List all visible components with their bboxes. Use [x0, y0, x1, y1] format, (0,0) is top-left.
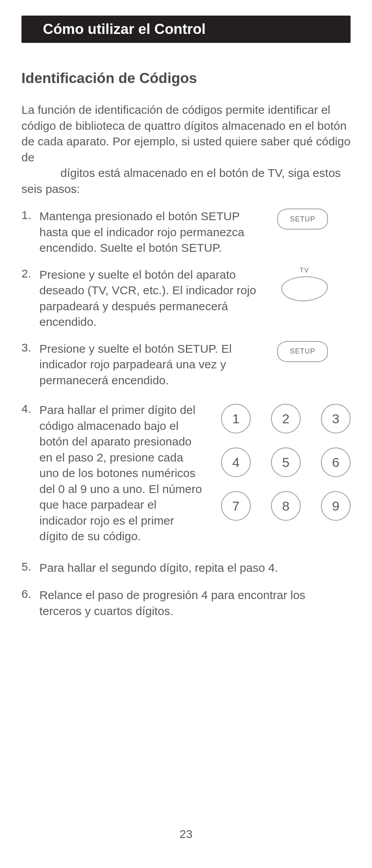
key-9: 9 — [321, 491, 351, 521]
tv-button-icon — [281, 275, 328, 302]
key-6: 6 — [321, 447, 351, 477]
step-6: 6. Relance el paso de progresión 4 para … — [21, 587, 351, 619]
step-2: 2. Presione y suelte el botón del aparat… — [21, 267, 351, 330]
step-2-text: Presione y suelte el botón del aparato d… — [39, 267, 262, 330]
section-header: Cómo utilizar el Control — [21, 16, 351, 43]
numeric-keypad: 1 2 3 4 5 6 7 8 9 — [221, 404, 351, 521]
step-1-text: Mantenga presionado el botón SETUP hasta… — [39, 209, 262, 256]
steps-list: 1. Mantenga presionado el botón SETUP ha… — [21, 209, 351, 619]
step-3-text: Presione y suelte el botón SETUP. El ind… — [39, 341, 262, 389]
key-8: 8 — [271, 491, 301, 521]
step-1-number: 1. — [21, 209, 35, 222]
page-number: 23 — [0, 827, 372, 841]
setup-button-icon: SETUP — [277, 209, 328, 230]
key-3: 3 — [321, 404, 351, 433]
step-2-number: 2. — [21, 267, 35, 280]
step-5: 5. Para hallar el segundo dígito, repita… — [21, 560, 351, 576]
tv-button-wrap: TV — [281, 267, 328, 301]
step-4-text: Para hallar el primer dígito del código … — [39, 402, 203, 544]
intro-line-1: La función de identificación de códigos … — [21, 103, 351, 164]
setup-button-icon-2: SETUP — [277, 341, 328, 362]
intro-line-2: dígitos está almacenado en el botón de T… — [21, 166, 341, 195]
step-5-number: 5. — [21, 560, 35, 573]
key-1: 1 — [221, 404, 251, 433]
step-1: 1. Mantenga presionado el botón SETUP ha… — [21, 209, 351, 256]
step-3-number: 3. — [21, 341, 35, 354]
step-6-number: 6. — [21, 587, 35, 601]
page-container: Cómo utilizar el Control Identificación … — [0, 0, 372, 619]
step-6-text: Relance el paso de progresión 4 para enc… — [39, 587, 351, 619]
step-4-number: 4. — [21, 402, 35, 544]
step-3: 3. Presione y suelte el botón SETUP. El … — [21, 341, 351, 389]
tv-button-label: TV — [300, 267, 309, 274]
step-5-text: Para hallar el segundo dígito, repita el… — [39, 560, 351, 576]
intro-paragraph: La función de identificación de códigos … — [21, 102, 351, 197]
key-2: 2 — [271, 404, 301, 433]
subsection-heading: Identificación de Códigos — [21, 70, 351, 87]
key-5: 5 — [271, 447, 301, 477]
key-7: 7 — [221, 491, 251, 521]
step-4: 4. Para hallar el primer dígito del códi… — [21, 402, 351, 544]
key-4: 4 — [221, 447, 251, 477]
